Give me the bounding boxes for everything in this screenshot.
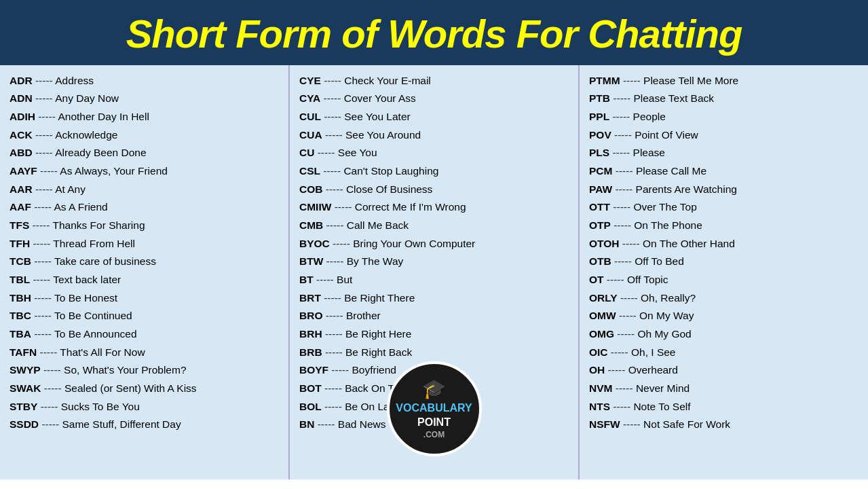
header: Short Form of Words For Chatting bbox=[0, 0, 868, 65]
abbr-sep: ----- bbox=[611, 255, 635, 267]
list-item: BRB ----- Be Right Back bbox=[299, 344, 569, 362]
abbr-sep: ----- bbox=[314, 418, 337, 430]
list-item: OT ----- Off Topic bbox=[589, 271, 858, 289]
abbr-val: To Be Announced bbox=[54, 328, 137, 340]
abbr-sep: ----- bbox=[33, 129, 56, 141]
list-item: TBH ----- To Be Honest bbox=[10, 289, 279, 308]
abbr-sep: ----- bbox=[30, 274, 53, 285]
abbr-val: Text back later bbox=[53, 274, 121, 285]
abbr-key: BRB bbox=[299, 346, 322, 358]
list-item: POV ----- Point Of View bbox=[589, 126, 858, 145]
list-item: CSL ----- Can't Stop Laughing bbox=[299, 162, 569, 181]
abbr-val: Take care of business bbox=[54, 255, 156, 267]
list-item: BRO ----- Brother bbox=[299, 307, 569, 325]
abbr-key: TAFN bbox=[10, 346, 37, 358]
abbr-val: On The Other Hand bbox=[643, 238, 735, 249]
abbr-sep: ----- bbox=[37, 346, 60, 358]
abbr-sep: ----- bbox=[620, 238, 643, 249]
abbr-val: Overheard bbox=[628, 364, 678, 376]
list-item: BTW ----- By The Way bbox=[299, 253, 569, 271]
abbr-key: TCB bbox=[10, 255, 31, 267]
abbr-key: OTOH bbox=[589, 238, 620, 249]
abbr-sep: ----- bbox=[322, 346, 345, 358]
abbr-val: Any Day Now bbox=[55, 92, 119, 104]
abbr-key: CMIIW bbox=[299, 201, 331, 213]
abbr-sep: ----- bbox=[321, 75, 344, 86]
abbr-sep: ----- bbox=[328, 364, 352, 376]
list-item: PAW ----- Parents Are Watching bbox=[589, 181, 858, 199]
list-item: BT ----- But bbox=[299, 271, 569, 289]
abbr-val: Thread From Hell bbox=[53, 238, 135, 249]
abbr-key: PCM bbox=[589, 165, 612, 177]
abbr-val: At Any bbox=[55, 183, 86, 195]
list-item: AAYF ----- As Always, Your Friend bbox=[10, 162, 279, 181]
abbr-key: BTW bbox=[299, 255, 323, 267]
abbr-sep: ----- bbox=[605, 364, 628, 376]
abbr-sep: ----- bbox=[314, 147, 337, 158]
abbr-sep: ----- bbox=[330, 238, 353, 249]
abbr-key: ABD bbox=[10, 147, 33, 158]
list-item: SSDD ----- Same Stuff, Different Day bbox=[10, 416, 279, 434]
abbr-val: Can't Stop Laughing bbox=[343, 165, 438, 177]
abbr-val: So, What's Your Problem? bbox=[64, 364, 186, 376]
abbr-sep: ----- bbox=[609, 111, 633, 122]
abbr-key: OT bbox=[589, 274, 604, 285]
abbr-sep: ----- bbox=[610, 401, 633, 412]
abbr-sep: ----- bbox=[33, 147, 56, 158]
abbr-key: PPL bbox=[589, 111, 609, 122]
watermark-line1: VOCABULARY bbox=[396, 401, 472, 416]
abbr-key: CMB bbox=[299, 219, 323, 231]
abbr-key: ADIH bbox=[10, 111, 35, 122]
abbr-key: PTMM bbox=[589, 75, 620, 86]
abbr-sep: ----- bbox=[322, 401, 345, 412]
abbr-key: ACK bbox=[10, 129, 33, 141]
abbr-val: Thanks For Sharing bbox=[52, 219, 145, 231]
abbr-key: OTB bbox=[589, 255, 611, 267]
list-item: ADN ----- Any Day Now bbox=[10, 90, 279, 108]
abbr-key: BYOC bbox=[299, 238, 330, 249]
abbr-val: Parents Are Watching bbox=[636, 183, 737, 195]
abbr-val: On The Phone bbox=[634, 219, 702, 231]
abbr-key: TFS bbox=[10, 219, 29, 231]
list-item: CMIIW ----- Correct Me If I'm Wrong bbox=[299, 198, 569, 217]
abbr-key: TFH bbox=[10, 238, 30, 249]
abbr-sep: ----- bbox=[604, 274, 627, 285]
abbr-val: Bad News bbox=[338, 418, 386, 430]
abbr-sep: ----- bbox=[321, 111, 344, 122]
abbr-key: CUL bbox=[299, 111, 321, 122]
list-item: PLS ----- Please bbox=[589, 144, 858, 162]
abbr-key: ADR bbox=[10, 75, 33, 86]
abbr-sep: ----- bbox=[29, 219, 52, 231]
list-item: OMG ----- Oh My God bbox=[589, 325, 858, 344]
list-item: SWYP ----- So, What's Your Problem? bbox=[10, 361, 279, 380]
abbr-val: Address bbox=[55, 75, 94, 86]
abbr-val: Already Been Done bbox=[55, 147, 146, 158]
abbr-sep: ----- bbox=[41, 382, 64, 394]
abbr-val: That's All For Now bbox=[60, 346, 145, 358]
abbr-val: Please bbox=[633, 147, 665, 158]
abbr-sep: ----- bbox=[320, 92, 343, 104]
list-item: OH ----- Overheard bbox=[589, 361, 858, 380]
list-item: AAF ----- As A Friend bbox=[10, 198, 279, 217]
abbr-sep: ----- bbox=[320, 165, 343, 177]
list-item: TAFN ----- That's All For Now bbox=[10, 344, 279, 362]
abbr-key: BOL bbox=[299, 401, 322, 412]
abbr-sep: ----- bbox=[322, 310, 345, 321]
abbr-key: BRH bbox=[299, 328, 322, 340]
abbr-val: Never Mind bbox=[636, 382, 690, 394]
abbr-val: On My Way bbox=[639, 310, 694, 321]
list-item: NTS ----- Note To Self bbox=[589, 398, 858, 416]
list-item: TBC ----- To Be Continued bbox=[10, 307, 279, 325]
abbr-key: AAF bbox=[10, 201, 31, 213]
abbr-sep: ----- bbox=[331, 201, 354, 213]
abbr-sep: ----- bbox=[41, 364, 64, 376]
list-item: OIC ----- Oh, I See bbox=[589, 344, 858, 362]
abbr-key: SWAK bbox=[10, 382, 41, 394]
list-item: ABD ----- Already Been Done bbox=[10, 144, 279, 162]
list-item: NVM ----- Never Mind bbox=[589, 380, 858, 398]
abbr-sep: ----- bbox=[616, 310, 639, 321]
list-item: OTP ----- On The Phone bbox=[589, 217, 858, 235]
abbr-val: Off To Bed bbox=[635, 255, 684, 267]
watermark-line3: .COM bbox=[396, 430, 472, 441]
abbr-key: CUA bbox=[299, 129, 322, 141]
